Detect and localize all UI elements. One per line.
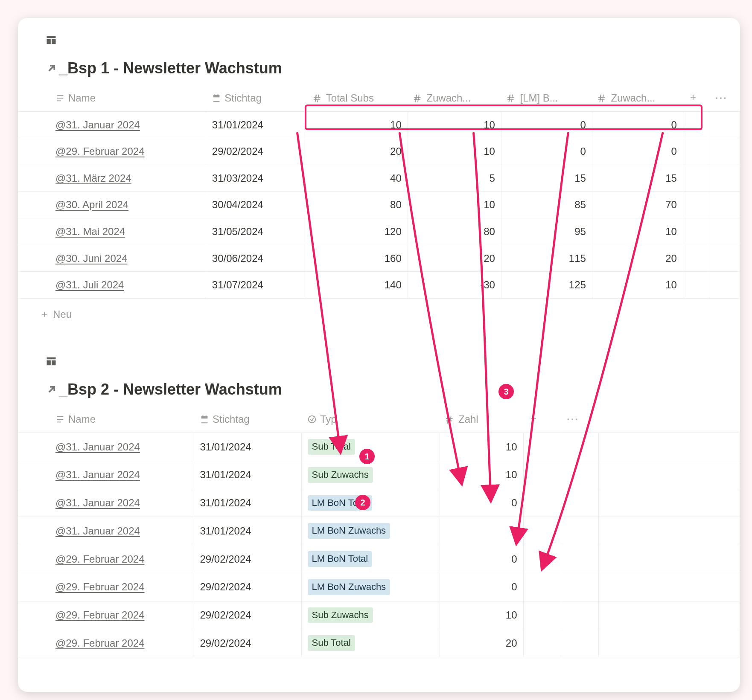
cell-date[interactable]: 31/01/2024 xyxy=(194,433,301,461)
cell-number[interactable]: 70 xyxy=(592,192,683,218)
cell-date[interactable]: 31/01/2024 xyxy=(206,111,307,138)
cell-number[interactable]: 20 xyxy=(440,629,523,657)
cell-number[interactable]: 140 xyxy=(307,272,408,299)
cell-name[interactable]: @31. Januar 2024 xyxy=(18,111,206,138)
cell-number[interactable]: 15 xyxy=(592,165,683,192)
cell-name[interactable]: @29. Februar 2024 xyxy=(18,629,194,657)
add-column[interactable] xyxy=(683,85,709,111)
table-row[interactable]: @30. April 202430/04/202480108570 xyxy=(18,192,740,218)
cell-date[interactable]: 31/05/2024 xyxy=(206,218,307,245)
column-header[interactable]: Name xyxy=(18,406,194,433)
table-view-icon-2[interactable] xyxy=(18,355,740,379)
cell-name[interactable]: @31. Januar 2024 xyxy=(18,433,194,461)
cell-number[interactable]: 0 xyxy=(440,489,523,517)
cell-name[interactable]: @31. März 2024 xyxy=(18,165,206,192)
cell-number[interactable]: 80 xyxy=(307,192,408,218)
table-row[interactable]: @31. Januar 202431/01/2024Sub Zuwachs10 xyxy=(18,461,740,489)
db-title-1[interactable]: _Bsp 1 - Newsletter Wachstum xyxy=(18,58,740,85)
cell-number[interactable]: 0 xyxy=(501,138,592,165)
cell-number[interactable]: 115 xyxy=(501,245,592,272)
table-row[interactable]: @29. Februar 202429/02/2024LM BoN Zuwach… xyxy=(18,573,740,601)
cell-number[interactable]: 0 xyxy=(440,545,523,573)
cell-number[interactable]: 20 xyxy=(307,138,408,165)
cell-number[interactable]: 160 xyxy=(307,245,408,272)
cell-date[interactable]: 30/06/2024 xyxy=(206,245,307,272)
cell-typ[interactable]: Sub Zuwachs xyxy=(301,601,440,629)
cell-number[interactable]: 10 xyxy=(440,601,523,629)
add-column[interactable] xyxy=(523,406,561,433)
cell-number[interactable]: 120 xyxy=(307,218,408,245)
cell-typ[interactable]: Sub Total xyxy=(301,629,440,657)
cell-number[interactable]: 20 xyxy=(408,245,501,272)
cell-typ[interactable]: Sub Zuwachs xyxy=(301,461,440,489)
cell-date[interactable]: 31/03/2024 xyxy=(206,165,307,192)
table-row[interactable]: @31. Mai 202431/05/2024120809510 xyxy=(18,218,740,245)
cell-name[interactable]: @30. Juni 2024 xyxy=(18,245,206,272)
cell-number[interactable]: 95 xyxy=(501,218,592,245)
table-row[interactable]: @31. Januar 202431/01/2024LM BoN Zuwachs… xyxy=(18,517,740,545)
cell-date[interactable]: 30/04/2024 xyxy=(206,192,307,218)
column-header[interactable]: Typ xyxy=(301,406,440,433)
table-row[interactable]: @31. Juli 202431/07/2024140-3012510 xyxy=(18,272,740,299)
table-row[interactable]: @29. Februar 202429/02/2024Sub Zuwachs10 xyxy=(18,601,740,629)
cell-number[interactable]: 0 xyxy=(592,111,683,138)
cell-number[interactable]: 85 xyxy=(501,192,592,218)
cell-typ[interactable]: LM BoN Total xyxy=(301,545,440,573)
cell-name[interactable]: @31. Januar 2024 xyxy=(18,517,194,545)
cell-date[interactable]: 31/01/2024 xyxy=(194,461,301,489)
cell-name[interactable]: @29. Februar 2024 xyxy=(18,601,194,629)
column-header[interactable]: Name xyxy=(18,85,206,111)
column-header[interactable]: Zuwach... xyxy=(592,85,683,111)
cell-number[interactable]: 0 xyxy=(501,111,592,138)
column-header[interactable]: Zahl xyxy=(440,406,523,433)
cell-number[interactable]: 10 xyxy=(307,111,408,138)
cell-date[interactable]: 31/07/2024 xyxy=(206,272,307,299)
table-row[interactable]: @31. Januar 202431/01/2024Sub Total10 xyxy=(18,433,740,461)
cell-date[interactable]: 31/01/2024 xyxy=(194,489,301,517)
table-row[interactable]: @30. Juni 202430/06/20241602011520 xyxy=(18,245,740,272)
cell-number[interactable]: 0 xyxy=(440,573,523,601)
cell-name[interactable]: @29. Februar 2024 xyxy=(18,545,194,573)
cell-number[interactable]: 10 xyxy=(592,272,683,299)
table-row[interactable]: @29. Februar 202429/02/2024201000 xyxy=(18,138,740,165)
cell-name[interactable]: @31. Juli 2024 xyxy=(18,272,206,299)
cell-name[interactable]: @31. Mai 2024 xyxy=(18,218,206,245)
cell-name[interactable]: @31. Januar 2024 xyxy=(18,461,194,489)
cell-number[interactable]: 10 xyxy=(440,433,523,461)
table-view-icon[interactable] xyxy=(18,34,740,58)
cell-name[interactable]: @29. Februar 2024 xyxy=(18,573,194,601)
column-header[interactable]: Total Subs xyxy=(307,85,408,111)
more-options[interactable]: ··· xyxy=(709,85,740,111)
cell-typ[interactable]: Sub Total xyxy=(301,433,440,461)
cell-typ[interactable]: LM BoN Zuwachs xyxy=(301,573,440,601)
cell-number[interactable]: 20 xyxy=(592,245,683,272)
table-row[interactable]: @29. Februar 202429/02/2024Sub Total20 xyxy=(18,629,740,657)
cell-number[interactable]: 15 xyxy=(501,165,592,192)
cell-number[interactable]: 0 xyxy=(440,517,523,545)
cell-number[interactable]: 10 xyxy=(408,192,501,218)
cell-number[interactable]: 80 xyxy=(408,218,501,245)
cell-number[interactable]: 5 xyxy=(408,165,501,192)
cell-name[interactable]: @29. Februar 2024 xyxy=(18,138,206,165)
add-row-1[interactable]: Neu xyxy=(18,299,740,322)
column-header[interactable]: Zuwach... xyxy=(408,85,501,111)
cell-number[interactable]: 10 xyxy=(592,218,683,245)
cell-number[interactable]: 10 xyxy=(408,138,501,165)
table-row[interactable]: @31. Januar 202431/01/2024101000 xyxy=(18,111,740,138)
cell-date[interactable]: 29/02/2024 xyxy=(194,573,301,601)
table-row[interactable]: @29. Februar 202429/02/2024LM BoN Total0 xyxy=(18,545,740,573)
cell-date[interactable]: 29/02/2024 xyxy=(194,545,301,573)
cell-name[interactable]: @31. Januar 2024 xyxy=(18,489,194,517)
cell-number[interactable]: 10 xyxy=(440,461,523,489)
cell-number[interactable]: 10 xyxy=(408,111,501,138)
db-title-2[interactable]: _Bsp 2 - Newsletter Wachstum xyxy=(18,379,740,406)
cell-date[interactable]: 29/02/2024 xyxy=(194,601,301,629)
cell-typ[interactable]: LM BoN Total xyxy=(301,489,440,517)
cell-typ[interactable]: LM BoN Zuwachs xyxy=(301,517,440,545)
table-row[interactable]: @31. März 202431/03/20244051515 xyxy=(18,165,740,192)
column-header[interactable]: Stichtag xyxy=(206,85,307,111)
cell-number[interactable]: -30 xyxy=(408,272,501,299)
cell-number[interactable]: 125 xyxy=(501,272,592,299)
cell-date[interactable]: 29/02/2024 xyxy=(206,138,307,165)
cell-number[interactable]: 0 xyxy=(592,138,683,165)
